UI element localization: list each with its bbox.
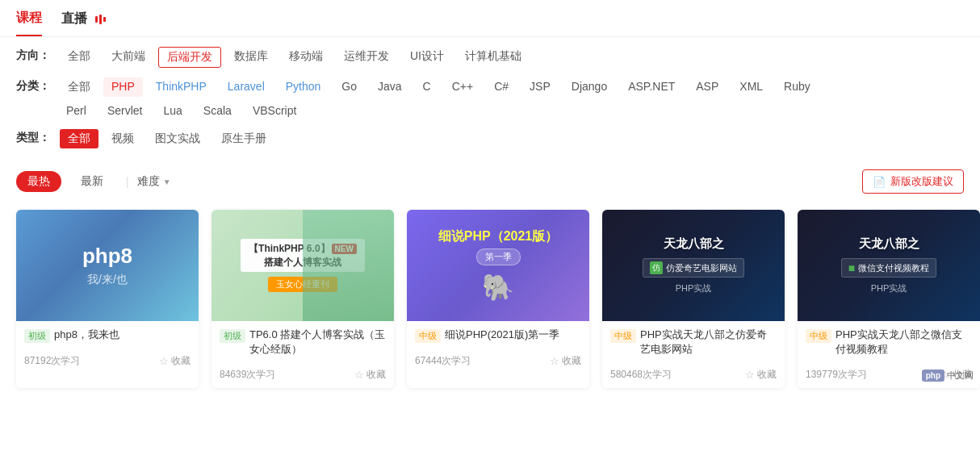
fav-tp6[interactable]: ☆ 收藏 bbox=[354, 368, 386, 382]
tianlong1-sub: PHP实战 bbox=[643, 282, 744, 294]
tianlong2-title: 天龙八部之 bbox=[841, 236, 936, 252]
category-filter-row: 分类： 全部 PHP ThinkPHP Laravel Python Go Ja… bbox=[16, 77, 964, 119]
nav-live[interactable]: 直播 bbox=[61, 10, 106, 35]
sort-bar: 最热 最新 | 难度 ▼ 📄 新版改版建议 bbox=[0, 158, 980, 202]
dir-ops[interactable]: 运维开发 bbox=[336, 47, 397, 68]
card-info-tianlong1: 中级 PHP实战天龙八部之仿爱奇艺电影网站 bbox=[602, 321, 785, 365]
fav-php2021[interactable]: ☆ 收藏 bbox=[550, 354, 581, 368]
card-thumb-php2021: 细说PHP（2021版） 第一季 🐘 bbox=[407, 210, 589, 321]
cat-lua[interactable]: Lua bbox=[155, 102, 190, 119]
php-zhongwen-logo: php 中文网 bbox=[922, 370, 974, 382]
fav-label-tp6: 收藏 bbox=[366, 368, 386, 382]
dir-ui[interactable]: UI设计 bbox=[402, 47, 452, 68]
level-badge-tianlong2: 中级 bbox=[806, 329, 831, 343]
card-title-php2021: 细说PHP(2021版)第一季 bbox=[445, 328, 559, 342]
cat-csharp[interactable]: C# bbox=[486, 77, 517, 97]
cat-ruby[interactable]: Ruby bbox=[776, 77, 819, 97]
php2021-title-text: 细说PHP（2021版） bbox=[438, 228, 559, 245]
card-php8[interactable]: php8 我/来/也 初级 php8，我来也 87192次学习 ☆ 收藏 bbox=[16, 210, 199, 388]
category-tags-row1: 全部 PHP ThinkPHP Laravel Python Go Java C… bbox=[60, 77, 819, 97]
feedback-icon: 📄 bbox=[873, 176, 886, 188]
cat-vbscript[interactable]: VBScript bbox=[245, 102, 304, 119]
type-all[interactable]: 全部 bbox=[60, 129, 98, 148]
cat-perl[interactable]: Perl bbox=[58, 102, 94, 119]
feedback-button[interactable]: 📄 新版改版建议 bbox=[862, 169, 964, 194]
card-thumb-tp6: 【ThinkPHP 6.0】NEW搭建个人博客实战 玉女心经重刊 bbox=[211, 210, 394, 321]
zhongwen-label: 中文网 bbox=[947, 370, 974, 382]
wechat-icon: ■ bbox=[848, 261, 855, 274]
views-tianlong2: 139779次学习 bbox=[806, 368, 867, 382]
php8-logo-text: php8 bbox=[82, 244, 132, 269]
filter-section: 方向： 全部 大前端 后端开发 数据库 移动端 运维开发 UI设计 计算机基础 … bbox=[0, 37, 980, 148]
type-tags: 全部 视频 图文实战 原生手册 bbox=[60, 129, 274, 148]
direction-label: 方向： bbox=[16, 47, 50, 63]
difficulty-dropdown[interactable]: 难度 ▼ bbox=[137, 174, 171, 189]
type-graphtext[interactable]: 图文实战 bbox=[147, 129, 208, 148]
tianlong1-title: 天龙八部之 bbox=[643, 236, 744, 252]
iqiyi-badge: 仿 bbox=[650, 261, 663, 274]
type-filter-row: 类型： 全部 视频 图文实战 原生手册 bbox=[16, 129, 964, 148]
sort-separator: | bbox=[126, 175, 129, 188]
sort-new[interactable]: 最新 bbox=[69, 171, 115, 192]
cat-servlet[interactable]: Servlet bbox=[99, 102, 151, 119]
dir-cs[interactable]: 计算机基础 bbox=[457, 47, 530, 68]
tianlong2-sub: PHP实战 bbox=[841, 282, 936, 294]
cat-scala[interactable]: Scala bbox=[195, 102, 240, 119]
feedback-label: 新版改版建议 bbox=[890, 174, 953, 189]
dir-database[interactable]: 数据库 bbox=[226, 47, 276, 68]
cat-thinkphp[interactable]: ThinkPHP bbox=[148, 77, 215, 97]
card-thumb-tianlong2: 天龙八部之 ■ 微信支付视频教程 PHP实战 bbox=[798, 210, 980, 321]
php8-slogan: 我/来/也 bbox=[82, 273, 132, 287]
type-video[interactable]: 视频 bbox=[103, 129, 142, 148]
card-footer-tp6: 84639次学习 ☆ 收藏 bbox=[211, 365, 394, 388]
cat-cpp[interactable]: C++ bbox=[444, 77, 481, 97]
cat-c[interactable]: C bbox=[415, 77, 439, 97]
tianlong1-badge: 仿 仿爱奇艺电影网站 bbox=[643, 258, 744, 278]
card-title-php8: php8，我来也 bbox=[54, 328, 119, 342]
thumb-img-tianlong1: 天龙八部之 仿 仿爱奇艺电影网站 PHP实战 bbox=[602, 210, 785, 321]
elephant-icon: 🐘 bbox=[438, 272, 559, 303]
views-tianlong1: 580468次学习 bbox=[610, 368, 672, 382]
dir-mobile[interactable]: 移动端 bbox=[281, 47, 331, 68]
dir-backend[interactable]: 后端开发 bbox=[158, 47, 221, 68]
dir-bigfront[interactable]: 大前端 bbox=[103, 47, 153, 68]
sort-hot[interactable]: 最热 bbox=[16, 171, 61, 192]
cat-java[interactable]: Java bbox=[370, 77, 410, 97]
cat-aspnet[interactable]: ASP.NET bbox=[620, 77, 683, 97]
cat-python[interactable]: Python bbox=[278, 77, 329, 97]
cat-php[interactable]: PHP bbox=[103, 77, 143, 97]
card-tianlong1[interactable]: 天龙八部之 仿 仿爱奇艺电影网站 PHP实战 中级 PHP实战天龙八部之仿爱奇艺… bbox=[602, 210, 785, 388]
live-animation bbox=[95, 15, 106, 24]
card-tp6[interactable]: 【ThinkPHP 6.0】NEW搭建个人博客实战 玉女心经重刊 初级 TP6.… bbox=[211, 210, 394, 388]
cat-jsp[interactable]: JSP bbox=[521, 77, 559, 97]
cat-laravel[interactable]: Laravel bbox=[220, 77, 273, 97]
views-php8: 87192次学习 bbox=[24, 354, 80, 368]
season-badge: 第一季 bbox=[476, 248, 521, 265]
thumb-img-php2021: 细说PHP（2021版） 第一季 🐘 bbox=[407, 210, 589, 321]
fav-tianlong1[interactable]: ☆ 收藏 bbox=[745, 368, 777, 382]
category-label: 分类： bbox=[16, 77, 50, 94]
views-php2021: 67444次学习 bbox=[415, 354, 471, 368]
cat-xml[interactable]: XML bbox=[731, 77, 771, 97]
card-info-php2021: 中级 细说PHP(2021版)第一季 bbox=[407, 321, 589, 351]
card-footer-php8: 87192次学习 ☆ 收藏 bbox=[16, 351, 199, 374]
type-manual[interactable]: 原生手册 bbox=[213, 129, 274, 148]
fav-php8[interactable]: ☆ 收藏 bbox=[159, 354, 191, 368]
dir-all[interactable]: 全部 bbox=[60, 47, 98, 68]
nav-courses[interactable]: 课程 bbox=[16, 10, 42, 36]
card-tianlong2[interactable]: 天龙八部之 ■ 微信支付视频教程 PHP实战 中级 PHP实战天龙八部之微信支付… bbox=[798, 210, 980, 388]
card-php2021[interactable]: 细说PHP（2021版） 第一季 🐘 中级 细说PHP(2021版)第一季 67… bbox=[407, 210, 589, 388]
card-info-tp6: 初级 TP6.0 搭建个人博客实战（玉女心经版） bbox=[211, 321, 394, 365]
cat-django[interactable]: Django bbox=[563, 77, 615, 97]
tianlong2-badge: ■ 微信支付视频教程 bbox=[841, 258, 936, 278]
fav-label-php8: 收藏 bbox=[171, 354, 191, 368]
card-title-tianlong2: PHP实战天龙八部之微信支付视频教程 bbox=[836, 328, 972, 357]
thumb-img-php8: php8 我/来/也 bbox=[16, 210, 199, 321]
category-tags-row2: Perl Servlet Lua Scala VBScript bbox=[58, 102, 304, 119]
cat-all[interactable]: 全部 bbox=[60, 77, 98, 97]
cat-asp[interactable]: ASP bbox=[688, 77, 727, 97]
cat-go[interactable]: Go bbox=[333, 77, 365, 97]
difficulty-label: 难度 bbox=[137, 174, 160, 189]
views-tp6: 84639次学习 bbox=[220, 368, 275, 382]
card-footer-tianlong1: 580468次学习 ☆ 收藏 bbox=[602, 365, 785, 388]
